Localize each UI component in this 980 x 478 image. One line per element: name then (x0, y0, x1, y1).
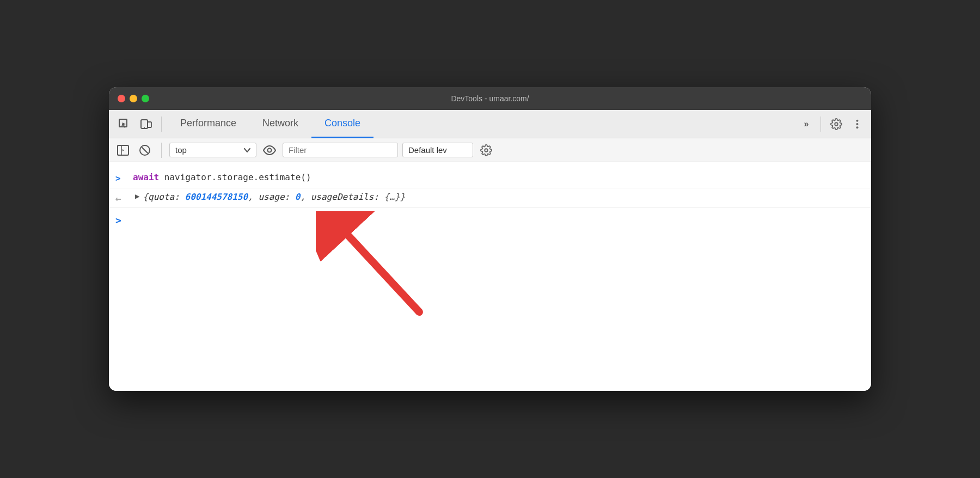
toolbar-divider (161, 117, 162, 132)
svg-rect-2 (148, 122, 151, 127)
context-value: top (175, 145, 187, 155)
device-icon-button[interactable] (136, 114, 156, 134)
console-input-row: > await navigator.storage.estimate() (109, 169, 871, 188)
settings-button[interactable] (826, 114, 846, 134)
console-command: await navigator.storage.estimate() (133, 172, 311, 182)
empty-input-row: > (109, 208, 871, 231)
svg-line-14 (348, 236, 419, 312)
tab-performance[interactable]: Performance (167, 110, 249, 138)
quota-key: quota: (148, 192, 185, 202)
console-toolbar: top Default lev (109, 138, 871, 162)
minimize-button[interactable] (130, 95, 137, 102)
traffic-lights (118, 95, 149, 102)
sidebar-toggle-button[interactable] (114, 142, 132, 159)
usage-key: usage: (258, 192, 295, 202)
obj-close-brace: } (400, 192, 405, 202)
maximize-button[interactable] (142, 95, 149, 102)
svg-point-12 (268, 148, 272, 152)
more-options-button[interactable] (848, 115, 866, 133)
empty-prompt: > (115, 213, 126, 226)
filter-input[interactable] (283, 143, 398, 157)
toolbar-divider-2 (820, 117, 821, 132)
obj-open-brace: { (143, 192, 148, 202)
console-output: {quota: 600144578150, usage: 0, usageDet… (143, 192, 405, 202)
console-toolbar-divider (161, 143, 162, 158)
svg-point-5 (856, 123, 858, 125)
context-selector[interactable]: top (169, 143, 256, 157)
toolbar-right: » (798, 114, 866, 134)
svg-point-4 (856, 119, 858, 121)
input-prompt: > (115, 172, 126, 183)
svg-marker-9 (122, 149, 124, 151)
devtools-window: DevTools - umaar.com/ Performance Networ… (109, 87, 871, 391)
svg-point-3 (144, 127, 145, 128)
usage-details-key: usageDetails: (311, 192, 384, 202)
close-button[interactable] (118, 95, 125, 102)
usage-value[interactable]: 0 (295, 192, 301, 202)
await-keyword: await (133, 172, 159, 182)
window-title: DevTools - umaar.com/ (451, 94, 529, 103)
quota-value[interactable]: 600144578150 (185, 192, 248, 202)
console-settings-button[interactable] (477, 142, 495, 159)
inspect-icon-button[interactable] (114, 114, 134, 134)
svg-line-11 (142, 147, 148, 153)
svg-rect-8 (118, 145, 121, 155)
tab-network[interactable]: Network (249, 110, 311, 138)
comma-1: , (248, 192, 258, 202)
console-content: > await navigator.storage.estimate() ← ▶… (109, 162, 871, 391)
svg-point-6 (856, 126, 858, 128)
comma-2: , (300, 192, 310, 202)
details-value: {…} (384, 192, 400, 202)
titlebar: DevTools - umaar.com/ (109, 87, 871, 110)
command-text: navigator.storage.estimate() (164, 172, 311, 182)
more-tabs-button[interactable]: » (798, 115, 815, 133)
expand-triangle[interactable]: ▶ (135, 192, 139, 200)
clear-console-button[interactable] (136, 142, 154, 159)
output-prompt: ← (115, 192, 126, 204)
default-level-selector[interactable]: Default lev (402, 143, 473, 157)
toolbar-tabs: Performance Network Console (167, 110, 795, 138)
tab-console[interactable]: Console (311, 110, 373, 138)
main-toolbar: Performance Network Console » (109, 110, 871, 138)
console-output-row: ← ▶ {quota: 600144578150, usage: 0, usag… (109, 188, 871, 208)
eye-button[interactable] (261, 142, 278, 159)
